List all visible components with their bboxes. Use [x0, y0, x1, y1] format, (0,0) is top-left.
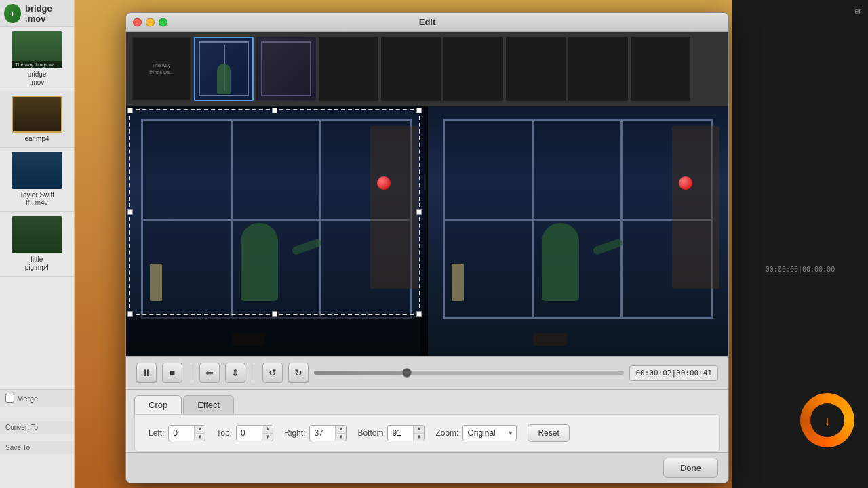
crop-panel: Left: ▲ ▼ Top: ▲ ▼ [134, 414, 720, 452]
dark-overlay-bottom [126, 315, 427, 356]
right-panel-timecode: 00:00:00|00:00:00 [739, 266, 861, 273]
tabs: Crop Effect [126, 390, 728, 414]
top-label: Top: [216, 428, 232, 438]
zoom-select-wrap: Original Full Screen Keep Ratio Custom ▼ [462, 425, 517, 441]
film-thumb-4[interactable] [319, 37, 378, 101]
film-thumb-5[interactable] [381, 37, 441, 101]
forward-button[interactable]: ↻ [288, 363, 309, 383]
bg-app-title: er [732, 0, 868, 22]
film-thumb-1[interactable]: The waythings wa... [132, 37, 191, 101]
zoom-label: Zoom: [435, 428, 458, 438]
tab-effect[interactable]: Effect [183, 395, 234, 414]
convert-icon: ↓ [800, 393, 854, 447]
right-field: Right: ▲ ▼ [284, 425, 347, 441]
rewind-button[interactable]: ⇐ [199, 363, 220, 383]
film-thumb-8[interactable] [568, 37, 628, 101]
bottom-label: Bottom [357, 428, 383, 438]
progress-handle[interactable] [402, 368, 412, 378]
sidebar-item-3[interactable]: Taylor Swiftif...m4v [0, 148, 74, 212]
merge-checkbox[interactable] [5, 394, 14, 403]
pause-button[interactable]: ⏸ [136, 363, 157, 383]
bottom-field: Bottom ▲ ▼ [357, 425, 425, 441]
edit-modal: Edit The waythings wa... [125, 12, 729, 483]
top-field: Top: ▲ ▼ [216, 425, 273, 441]
top-spinner-down[interactable]: ▼ [262, 434, 273, 441]
progress-fill [314, 371, 407, 375]
top-spinner-up[interactable]: ▲ [262, 426, 273, 434]
left-input-wrap: ▲ ▼ [168, 425, 205, 441]
modal-footer: Done [126, 452, 728, 483]
sidebar-item-1-label: bridge.mov [28, 70, 47, 87]
reset-button[interactable]: Reset [528, 424, 569, 442]
film-thumb-6[interactable] [443, 37, 503, 101]
dark-overlay-right-edge [420, 106, 427, 356]
bottom-spinners: ▲ ▼ [413, 426, 424, 441]
sidebar-item-4[interactable]: littlepig.mp4 [0, 212, 74, 277]
zoom-select[interactable]: Original Full Screen Keep Ratio Custom [462, 425, 517, 441]
right-input-wrap: ▲ ▼ [309, 425, 347, 441]
minimize-button[interactable] [146, 18, 155, 26]
dark-overlay-top [126, 106, 427, 109]
sidebar-item-3-label: Taylor Swiftif...m4v [20, 191, 54, 207]
bottom-spinner-down[interactable]: ▼ [413, 434, 424, 441]
stop-icon: ■ [170, 367, 175, 378]
bottom-spinner-up[interactable]: ▲ [413, 426, 424, 434]
left-spinner-down[interactable]: ▼ [194, 434, 205, 441]
ctrl-separator-1 [191, 364, 191, 382]
title-bar: Edit [126, 13, 728, 32]
sidebar-item-1[interactable]: The way things wa... bridge.mov [0, 27, 74, 92]
left-label: Left: [149, 428, 164, 438]
left-spinner-up[interactable]: ▲ [194, 426, 205, 434]
modal-title: Edit [419, 17, 436, 27]
preview-area [126, 106, 728, 356]
convert-to-label: Convert To [5, 424, 68, 431]
forward-icon: ↻ [294, 367, 302, 378]
preview-left [126, 106, 428, 356]
top-input-wrap: ▲ ▼ [236, 425, 273, 441]
film-thumb-3[interactable] [256, 37, 316, 101]
zoom-field: Zoom: Original Full Screen Keep Ratio Cu… [435, 425, 517, 441]
tab-crop[interactable]: Crop [134, 395, 182, 414]
preview-right [428, 106, 729, 356]
sidebar-item-2[interactable]: ear.mp4 [0, 92, 74, 148]
pause-icon: ⏸ [142, 367, 151, 378]
left-spinners: ▲ ▼ [194, 426, 205, 441]
right-spinner-up[interactable]: ▲ [335, 426, 346, 434]
save-to-label: Save To [5, 444, 68, 451]
filmstrip: The waythings wa... [126, 32, 728, 106]
window-controls [133, 18, 167, 26]
film-thumb-7[interactable] [506, 37, 566, 101]
close-button[interactable] [133, 18, 142, 26]
maximize-button[interactable] [159, 18, 167, 26]
right-panel: er 00:00:00|00:00:00 ↓ [732, 0, 868, 488]
preview-scene-right [428, 106, 729, 356]
progress-bar[interactable] [314, 371, 624, 375]
right-label: Right: [284, 428, 305, 438]
repeat-icon: ↺ [269, 367, 277, 378]
controls-bar: ⏸ ■ ⇐ ⇕ ↺ ↻ 00:00:02|00:00:41 [126, 356, 728, 390]
film-thumb-2[interactable] [194, 37, 254, 101]
repeat-button[interactable]: ↺ [262, 363, 283, 383]
bottom-input-wrap: ▲ ▼ [387, 425, 425, 441]
stop-button[interactable]: ■ [162, 363, 182, 383]
film-thumb-9[interactable] [631, 37, 690, 101]
done-button[interactable]: Done [663, 458, 718, 478]
step-forward-button[interactable]: ⇕ [225, 363, 245, 383]
sidebar: + bridge .mov The way things wa... bridg… [0, 0, 75, 488]
step-forward-icon: ⇕ [231, 367, 239, 378]
right-spinners: ▲ ▼ [335, 426, 346, 441]
sidebar-item-4-label: littlepig.mp4 [25, 256, 50, 272]
left-field: Left: ▲ ▼ [149, 425, 205, 441]
ctrl-separator-2 [254, 364, 254, 382]
sidebar-add-label: bridge .mov [25, 3, 70, 24]
merge-label: Merge [17, 394, 38, 403]
sidebar-item-2-label: ear.mp4 [24, 135, 49, 143]
top-spinners: ▲ ▼ [262, 426, 273, 441]
rewind-icon: ⇐ [205, 367, 214, 378]
time-display: 00:00:02|00:00:41 [629, 365, 718, 381]
right-spinner-down[interactable]: ▼ [335, 434, 346, 441]
tab-area: Crop Effect Left: ▲ ▼ Top: [126, 390, 728, 452]
